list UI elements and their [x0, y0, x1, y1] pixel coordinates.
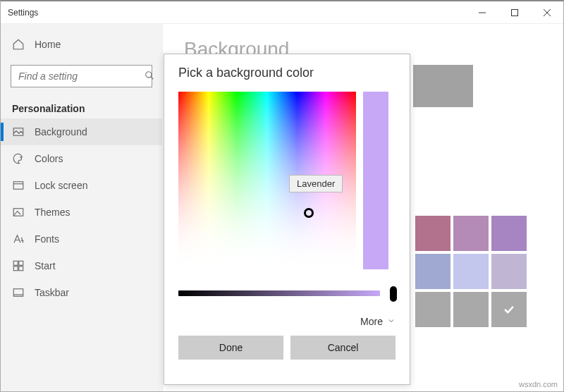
svg-rect-7 [13, 267, 18, 271]
color-swatch[interactable] [415, 292, 450, 327]
check-icon [502, 302, 516, 317]
slider-track [178, 290, 380, 296]
sidebar-item-background[interactable]: Background [1, 118, 162, 145]
sidebar-item-label: Home [35, 39, 61, 50]
themes-icon [12, 206, 25, 219]
color-swatch[interactable] [453, 216, 489, 251]
search-input[interactable] [17, 70, 145, 82]
color-swatch[interactable] [453, 292, 489, 327]
more-label: More [360, 316, 383, 327]
background-preview [413, 65, 473, 107]
sidebar-item-label: Start [35, 260, 56, 271]
more-toggle[interactable]: More [178, 316, 396, 327]
sidebar-item-lockscreen[interactable]: Lock screen [1, 172, 162, 199]
svg-rect-9 [13, 289, 23, 297]
sidebar-item-label: Background [35, 126, 87, 137]
value-column[interactable] [363, 92, 388, 269]
color-field[interactable]: Lavender [178, 92, 356, 269]
sidebar-item-start[interactable]: Start [1, 252, 162, 279]
title-bar: Settings [1, 1, 563, 24]
sidebar-item-themes[interactable]: Themes [1, 199, 162, 226]
start-icon [12, 259, 25, 272]
svg-rect-3 [13, 182, 23, 190]
picture-icon [12, 125, 25, 138]
sidebar-item-fonts[interactable]: Fonts [1, 226, 162, 252]
color-picker-dialog: Pick a background color Lavender More Do… [164, 54, 410, 385]
button-label: Done [219, 342, 243, 353]
window-title: Settings [8, 8, 38, 18]
home-icon [12, 38, 25, 51]
svg-rect-8 [19, 267, 23, 271]
dialog-title: Pick a background color [178, 66, 396, 80]
window-controls [466, 1, 563, 24]
sidebar-item-label: Fonts [35, 233, 59, 245]
close-button[interactable] [531, 1, 563, 24]
search-box[interactable] [11, 65, 152, 87]
svg-rect-0 [512, 9, 518, 16]
fonts-icon [12, 233, 25, 245]
watermark: wsxdn.com [519, 380, 558, 388]
sidebar-item-taskbar[interactable]: Taskbar [1, 279, 162, 306]
color-swatch[interactable] [415, 216, 450, 251]
svg-rect-5 [13, 261, 18, 265]
maximize-button[interactable] [498, 1, 531, 24]
value-slider[interactable] [178, 290, 396, 302]
sidebar-item-home[interactable]: Home [1, 31, 162, 58]
lockscreen-icon [12, 179, 25, 192]
svg-point-1 [146, 71, 152, 77]
color-swatch[interactable] [415, 254, 450, 289]
palette-icon [12, 152, 25, 165]
sidebar: Home Personalization Background Colors L… [1, 24, 163, 391]
minimize-button[interactable] [466, 1, 498, 24]
color-swatch-selected[interactable] [491, 292, 527, 327]
taskbar-icon [12, 286, 25, 299]
sidebar-item-label: Lock screen [35, 180, 87, 191]
color-swatch[interactable] [491, 216, 527, 251]
color-swatch-grid [415, 216, 527, 327]
sidebar-item-colors[interactable]: Colors [1, 145, 162, 172]
sidebar-item-label: Colors [35, 153, 63, 164]
search-icon [145, 71, 154, 82]
cancel-button[interactable]: Cancel [290, 336, 396, 360]
slider-thumb[interactable] [390, 286, 397, 302]
color-swatch[interactable] [453, 254, 489, 289]
color-tooltip: Lavender [289, 175, 343, 192]
color-swatch[interactable] [491, 254, 527, 289]
chevron-down-icon [387, 316, 396, 327]
svg-rect-6 [19, 261, 23, 265]
done-button[interactable]: Done [178, 336, 283, 360]
button-label: Cancel [328, 342, 359, 353]
color-cursor[interactable] [304, 208, 314, 218]
sidebar-item-label: Themes [35, 207, 70, 218]
section-header: Personalization [1, 93, 162, 118]
sidebar-item-label: Taskbar [35, 287, 69, 298]
